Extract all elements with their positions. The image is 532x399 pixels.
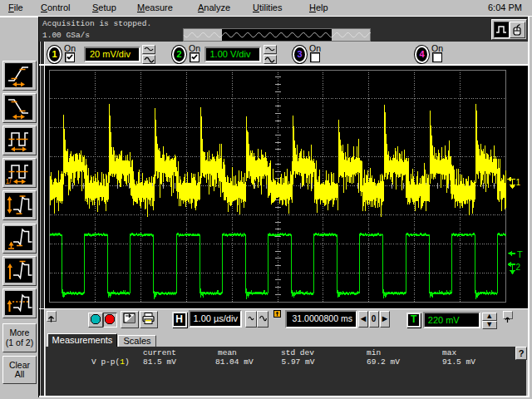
svg-text:2: 2 — [516, 263, 521, 272]
svg-text:1/: 1/ — [6, 177, 12, 185]
svg-text:1: 1 — [516, 178, 521, 187]
svg-text:T: T — [517, 249, 523, 259]
